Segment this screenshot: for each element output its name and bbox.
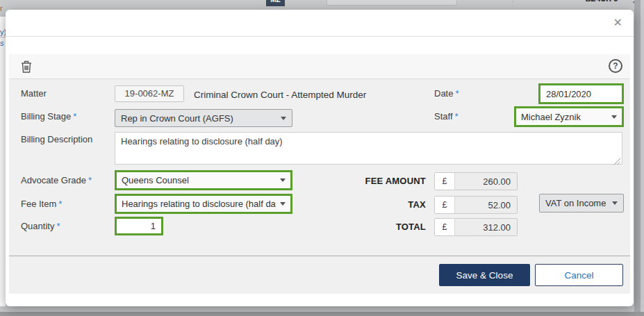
- billing-stage-label: Billing Stage*: [21, 111, 76, 122]
- save-close-button[interactable]: Save & Close: [439, 264, 530, 286]
- clipped-toolbar-text: r: [0, 4, 5, 13]
- advocate-grade-select[interactable]: Queens Counsel: [115, 170, 292, 190]
- total-label: TOTAL: [329, 222, 426, 232]
- vat-select[interactable]: VAT on Income: [539, 194, 624, 213]
- billing-description-textarea[interactable]: Hearings relating to disclosure (half da…: [115, 132, 622, 165]
- dialog-header: ✕: [6, 10, 634, 37]
- date-input[interactable]: 28/01/2020: [538, 83, 624, 104]
- required-marker: *: [56, 221, 60, 231]
- window-bottom-edge: [0, 312, 644, 316]
- chevron-down-icon: [612, 201, 618, 205]
- clipped-link-text: s: [0, 39, 4, 47]
- page-edge-sliver: y) s: [0, 17, 6, 306]
- required-marker: *: [73, 111, 76, 122]
- chevron-down-icon: [611, 115, 617, 119]
- quantity-input[interactable]: 1: [115, 217, 163, 235]
- total-value: 312.00: [455, 219, 517, 235]
- matter-avatar-badge: MZ: [266, 0, 285, 6]
- tax-value: 52.00: [455, 197, 517, 213]
- staff-select[interactable]: Michael Zyznik: [514, 106, 624, 127]
- next-invoice-column-header: NEXT INVOICE: [327, 0, 457, 6]
- required-marker: *: [455, 88, 459, 99]
- cancel-button[interactable]: Cancel: [535, 264, 623, 286]
- chevron-down-icon: [280, 202, 286, 206]
- matter-code-field: 19-0062-MZ: [115, 85, 184, 102]
- footer-divider: [9, 256, 630, 256]
- fee-entry-dialog: ✕ ? Matter 19-0062-MZ Criminal Crown Cou…: [6, 10, 634, 306]
- quantity-label: Quantity*: [21, 221, 60, 231]
- date-label: Date*: [434, 88, 459, 99]
- tax-label: TAX: [329, 199, 426, 210]
- billing-stage-select[interactable]: Rep in Crown Court (AGFS): [115, 109, 292, 127]
- staff-label: Staff*: [434, 111, 459, 122]
- currency-symbol: £: [435, 197, 455, 213]
- dialog-toolbar: ?: [9, 54, 630, 79]
- matter-label: Matter: [21, 88, 47, 99]
- fee-amount-value: 260.00: [455, 173, 517, 190]
- close-icon[interactable]: ✕: [613, 16, 622, 29]
- currency-symbol: £: [435, 219, 455, 235]
- advocate-grade-label: Advocate Grade*: [21, 175, 92, 185]
- chevron-down-icon: [281, 117, 286, 120]
- fee-item-select[interactable]: Hearings relating to disclosure (half da…: [115, 194, 292, 214]
- fee-amount-field: £ 260.00: [434, 172, 518, 190]
- fee-item-label: Fee Item*: [21, 199, 62, 209]
- resize-handle-icon[interactable]: [614, 156, 620, 163]
- clipped-divider: [0, 37, 6, 38]
- billing-description-label: Billing Description: [21, 134, 92, 144]
- tax-field: £ 52.00: [434, 196, 518, 214]
- chevron-down-icon: [280, 178, 286, 182]
- matter-description: Criminal Crown Court - Attempted Murder: [194, 90, 366, 100]
- required-marker: *: [455, 111, 459, 122]
- column-overflow-dots-icon: ⋮: [509, 0, 517, 3]
- currency-symbol: £: [435, 173, 455, 190]
- help-icon[interactable]: ?: [609, 59, 622, 73]
- required-marker: *: [88, 175, 92, 185]
- delete-icon[interactable]: [19, 59, 34, 74]
- page-scrollbar[interactable]: [634, 0, 641, 312]
- dialog-body-panel: ? Matter 19-0062-MZ Criminal Crown Court…: [9, 54, 630, 294]
- fee-amount-label: FEE AMOUNT: [329, 176, 426, 186]
- next-invoice-amount: £245.70: [586, 0, 618, 3]
- clipped-link-text: y): [0, 28, 6, 36]
- required-marker: *: [58, 199, 62, 209]
- total-field: £ 312.00: [434, 218, 518, 236]
